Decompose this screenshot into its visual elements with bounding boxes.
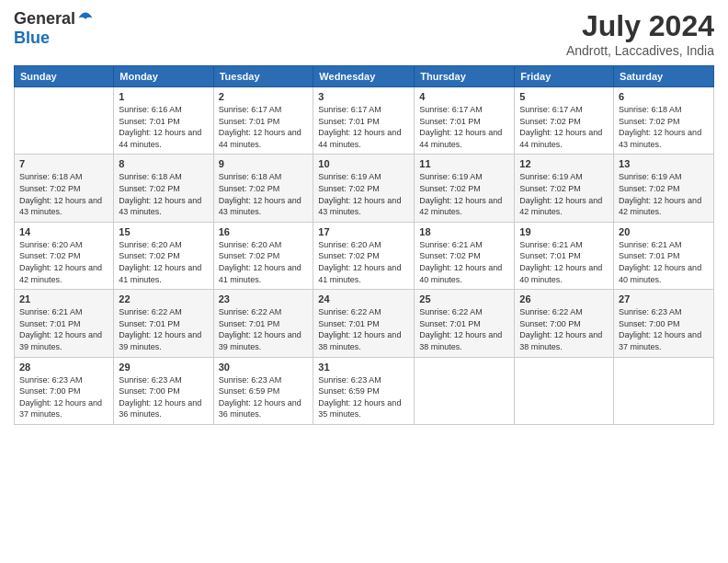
day-cell: 15Sunrise: 6:20 AMSunset: 7:02 PMDayligh… [114,222,213,289]
week-row-3: 21Sunrise: 6:21 AMSunset: 7:01 PMDayligh… [15,290,714,357]
header-friday: Friday [515,66,614,87]
day-cell: 6Sunrise: 6:18 AMSunset: 7:02 PMDaylight… [614,87,714,155]
day-number: 27 [619,293,709,304]
subtitle: Andrott, Laccadives, India [566,43,714,58]
day-cell: 24Sunrise: 6:22 AMSunset: 7:01 PMDayligh… [313,290,415,357]
day-info: Sunrise: 6:23 AMSunset: 7:00 PMDaylight:… [119,374,208,420]
day-info: Sunrise: 6:23 AMSunset: 7:00 PMDaylight:… [19,374,108,420]
day-cell: 8Sunrise: 6:18 AMSunset: 7:02 PMDaylight… [114,155,213,222]
day-info: Sunrise: 6:18 AMSunset: 7:02 PMDaylight:… [619,104,709,150]
day-cell: 25Sunrise: 6:22 AMSunset: 7:01 PMDayligh… [415,290,515,357]
day-cell: 2Sunrise: 6:17 AMSunset: 7:01 PMDaylight… [213,87,313,155]
logo-bird-icon [77,11,94,28]
calendar-body: 1Sunrise: 6:16 AMSunset: 7:01 PMDaylight… [15,87,714,425]
day-info: Sunrise: 6:23 AMSunset: 6:59 PMDaylight:… [318,374,409,420]
header-thursday: Thursday [415,66,515,87]
day-number: 9 [219,158,309,169]
day-info: Sunrise: 6:19 AMSunset: 7:02 PMDaylight:… [318,171,409,217]
week-row-0: 1Sunrise: 6:16 AMSunset: 7:01 PMDaylight… [15,87,714,155]
header-sunday: Sunday [15,66,114,87]
main-title: July 2024 [566,9,714,43]
day-cell [515,357,614,424]
day-info: Sunrise: 6:22 AMSunset: 7:01 PMDaylight:… [318,306,409,352]
day-info: Sunrise: 6:23 AMSunset: 6:59 PMDaylight:… [219,374,309,420]
day-number: 10 [318,158,409,169]
day-number: 2 [219,91,309,102]
day-cell: 12Sunrise: 6:19 AMSunset: 7:02 PMDayligh… [515,155,614,222]
calendar-table: Sunday Monday Tuesday Wednesday Thursday… [14,65,714,425]
day-number: 21 [19,293,108,304]
day-info: Sunrise: 6:20 AMSunset: 7:02 PMDaylight:… [119,239,208,285]
header: General Blue July 2024 Andrott, Laccadiv… [14,9,714,58]
week-row-2: 14Sunrise: 6:20 AMSunset: 7:02 PMDayligh… [15,222,714,289]
day-info: Sunrise: 6:20 AMSunset: 7:02 PMDaylight:… [19,239,108,285]
day-cell: 26Sunrise: 6:22 AMSunset: 7:00 PMDayligh… [515,290,614,357]
day-info: Sunrise: 6:21 AMSunset: 7:01 PMDaylight:… [519,239,609,285]
day-cell: 3Sunrise: 6:17 AMSunset: 7:01 PMDaylight… [313,87,415,155]
day-number: 23 [219,293,309,304]
day-number: 13 [619,158,709,169]
day-cell: 30Sunrise: 6:23 AMSunset: 6:59 PMDayligh… [213,357,313,424]
header-tuesday: Tuesday [213,66,313,87]
day-number: 3 [318,91,409,102]
day-number: 12 [519,158,609,169]
day-info: Sunrise: 6:18 AMSunset: 7:02 PMDaylight:… [19,171,108,217]
day-info: Sunrise: 6:18 AMSunset: 7:02 PMDaylight:… [119,171,208,217]
calendar-header: Sunday Monday Tuesday Wednesday Thursday… [15,66,714,87]
day-cell: 18Sunrise: 6:21 AMSunset: 7:02 PMDayligh… [415,222,515,289]
day-number: 1 [119,91,208,102]
day-number: 18 [419,226,509,237]
day-cell: 31Sunrise: 6:23 AMSunset: 6:59 PMDayligh… [313,357,415,424]
day-number: 22 [119,293,208,304]
day-info: Sunrise: 6:20 AMSunset: 7:02 PMDaylight:… [318,239,409,285]
day-number: 6 [619,91,709,102]
day-cell: 20Sunrise: 6:21 AMSunset: 7:01 PMDayligh… [614,222,714,289]
day-info: Sunrise: 6:21 AMSunset: 7:02 PMDaylight:… [419,239,509,285]
day-info: Sunrise: 6:20 AMSunset: 7:02 PMDaylight:… [219,239,309,285]
day-number: 11 [419,158,509,169]
day-cell: 10Sunrise: 6:19 AMSunset: 7:02 PMDayligh… [313,155,415,222]
day-cell: 13Sunrise: 6:19 AMSunset: 7:02 PMDayligh… [614,155,714,222]
day-number: 30 [219,362,309,373]
day-info: Sunrise: 6:16 AMSunset: 7:01 PMDaylight:… [119,104,208,150]
day-cell: 27Sunrise: 6:23 AMSunset: 7:00 PMDayligh… [614,290,714,357]
day-number: 14 [19,226,108,237]
day-cell: 19Sunrise: 6:21 AMSunset: 7:01 PMDayligh… [515,222,614,289]
day-info: Sunrise: 6:22 AMSunset: 7:01 PMDaylight:… [219,306,309,352]
day-number: 28 [19,362,108,373]
day-cell: 9Sunrise: 6:18 AMSunset: 7:02 PMDaylight… [213,155,313,222]
header-saturday: Saturday [614,66,714,87]
day-cell: 4Sunrise: 6:17 AMSunset: 7:01 PMDaylight… [415,87,515,155]
day-cell [15,87,114,155]
day-cell: 11Sunrise: 6:19 AMSunset: 7:02 PMDayligh… [415,155,515,222]
day-cell [614,357,714,424]
day-number: 31 [318,362,409,373]
logo: General Blue [14,9,94,48]
day-info: Sunrise: 6:18 AMSunset: 7:02 PMDaylight:… [219,171,309,217]
title-section: July 2024 Andrott, Laccadives, India [566,9,714,58]
day-number: 26 [519,293,609,304]
day-info: Sunrise: 6:23 AMSunset: 7:00 PMDaylight:… [619,306,709,352]
day-cell: 7Sunrise: 6:18 AMSunset: 7:02 PMDaylight… [15,155,114,222]
day-cell: 29Sunrise: 6:23 AMSunset: 7:00 PMDayligh… [114,357,213,424]
header-monday: Monday [114,66,213,87]
day-cell: 21Sunrise: 6:21 AMSunset: 7:01 PMDayligh… [15,290,114,357]
day-info: Sunrise: 6:19 AMSunset: 7:02 PMDaylight:… [619,171,709,217]
day-number: 25 [419,293,509,304]
header-wednesday: Wednesday [313,66,415,87]
day-number: 16 [219,226,309,237]
day-number: 4 [419,91,509,102]
day-cell: 16Sunrise: 6:20 AMSunset: 7:02 PMDayligh… [213,222,313,289]
day-cell: 1Sunrise: 6:16 AMSunset: 7:01 PMDaylight… [114,87,213,155]
day-number: 17 [318,226,409,237]
page: General Blue July 2024 Andrott, Laccadiv… [0,0,728,563]
day-number: 7 [19,158,108,169]
day-number: 8 [119,158,208,169]
week-row-1: 7Sunrise: 6:18 AMSunset: 7:02 PMDaylight… [15,155,714,222]
day-cell: 22Sunrise: 6:22 AMSunset: 7:01 PMDayligh… [114,290,213,357]
day-info: Sunrise: 6:19 AMSunset: 7:02 PMDaylight:… [519,171,609,217]
day-number: 29 [119,362,208,373]
week-row-4: 28Sunrise: 6:23 AMSunset: 7:00 PMDayligh… [15,357,714,424]
day-cell [415,357,515,424]
day-info: Sunrise: 6:22 AMSunset: 7:01 PMDaylight:… [119,306,208,352]
